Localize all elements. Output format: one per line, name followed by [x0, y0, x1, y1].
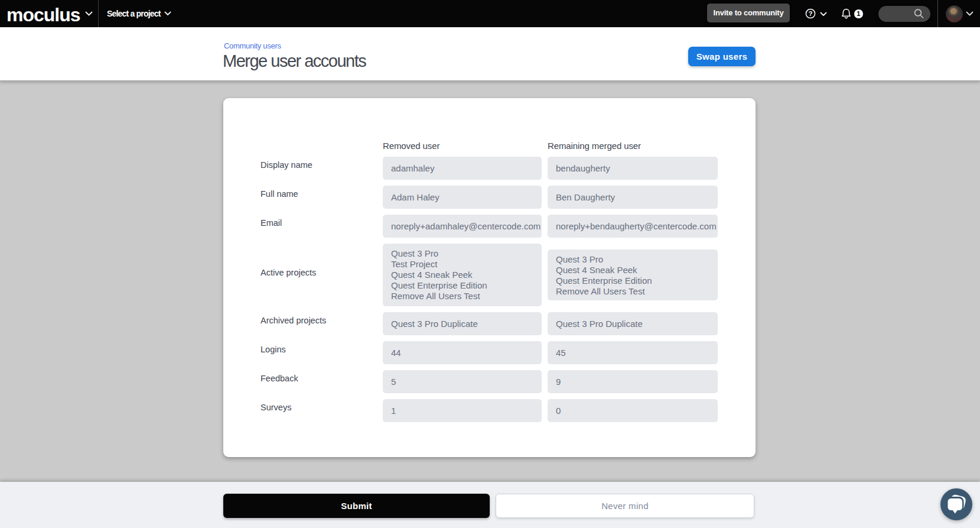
svg-text:?: ? — [809, 10, 813, 17]
